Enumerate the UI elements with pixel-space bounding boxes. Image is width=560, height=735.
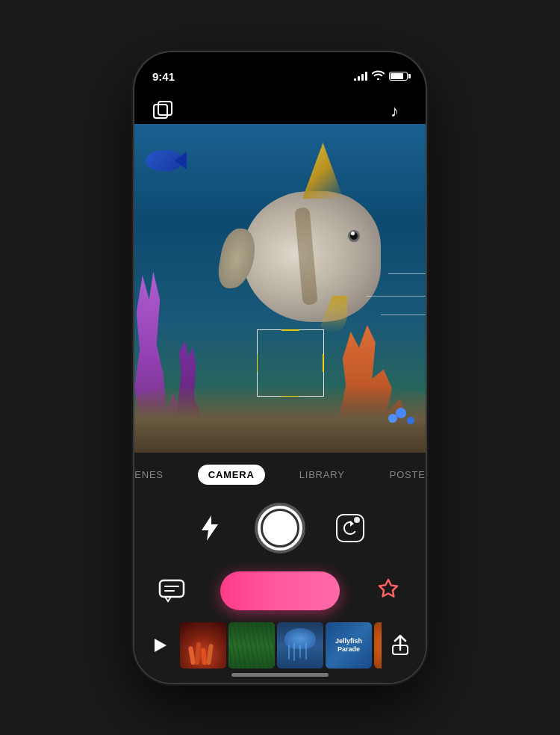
controls-area: SCENES CAMERA LIBRARY POSTERS xyxy=(134,453,426,683)
record-inner xyxy=(261,509,299,548)
share-button[interactable] xyxy=(387,632,414,659)
tab-bar: SCENES CAMERA LIBRARY POSTERS xyxy=(134,453,426,491)
fish-scene xyxy=(134,124,426,453)
connector-line-3 xyxy=(381,314,426,315)
thumbnails-strip: Jellyfish Parade xyxy=(180,622,382,669)
svg-text:♪: ♪ xyxy=(391,102,399,120)
svg-rect-1 xyxy=(158,102,172,115)
phone-frame: 9:41 xyxy=(134,52,426,683)
favorites-button[interactable] xyxy=(372,574,405,607)
thumb-3[interactable] xyxy=(277,622,323,669)
thumb-4[interactable]: Jellyfish Parade xyxy=(326,622,372,669)
connector-line-2 xyxy=(366,296,426,297)
camera-preview[interactable] xyxy=(134,124,426,453)
small-fish xyxy=(146,150,187,174)
status-time: 9:41 xyxy=(152,70,175,83)
home-indicator xyxy=(231,673,329,677)
wifi-icon xyxy=(372,70,385,82)
gallery-button[interactable] xyxy=(149,97,176,124)
main-fish xyxy=(243,184,392,326)
flash-button[interactable] xyxy=(195,513,225,543)
connector-line-1 xyxy=(388,273,426,274)
action-row xyxy=(134,565,426,616)
signal-bars-icon xyxy=(354,72,367,81)
tab-scenes[interactable]: SCENES xyxy=(134,465,174,485)
thumb-2[interactable] xyxy=(228,622,275,669)
play-button[interactable] xyxy=(146,632,173,659)
camera-controls xyxy=(134,491,426,565)
film-strip: Jellyfish Parade xyxy=(134,616,426,674)
focus-box xyxy=(257,329,324,397)
main-record-button[interactable] xyxy=(220,571,340,610)
tab-posters[interactable]: POSTERS xyxy=(379,465,426,485)
thumb-5[interactable] xyxy=(374,622,382,669)
dynamic-island xyxy=(235,61,325,87)
flip-camera-button[interactable] xyxy=(335,513,365,543)
status-icons xyxy=(354,70,408,82)
tab-library[interactable]: LIBRARY xyxy=(289,465,355,485)
svg-rect-0 xyxy=(154,105,167,118)
battery-icon xyxy=(389,72,408,81)
music-button[interactable]: ♪ xyxy=(384,97,411,124)
top-icons-bar: ♪ xyxy=(134,91,426,130)
thumb-1[interactable] xyxy=(180,622,226,669)
svg-rect-3 xyxy=(160,580,184,597)
record-button[interactable] xyxy=(255,503,305,553)
tab-camera[interactable]: CAMERA xyxy=(198,465,265,485)
subtitle-button[interactable] xyxy=(155,574,188,607)
